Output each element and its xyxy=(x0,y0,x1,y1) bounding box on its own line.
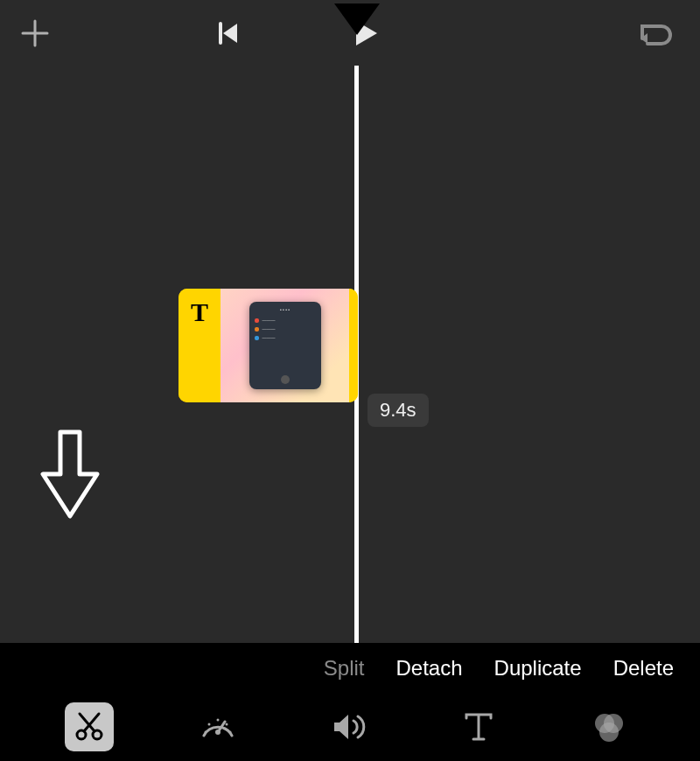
cut-tool-button[interactable] xyxy=(65,702,114,751)
detach-button[interactable]: Detach xyxy=(396,656,463,681)
undo-button[interactable] xyxy=(635,17,674,49)
svg-point-10 xyxy=(599,723,619,742)
skip-back-icon xyxy=(213,18,242,48)
scissors-icon xyxy=(73,710,106,744)
clip-duration-badge: 9.4s xyxy=(368,394,429,427)
clip-actions-row: Split Detach Duplicate Delete xyxy=(0,643,700,693)
thumbnail-row: ——— xyxy=(255,326,316,332)
clip-title-tab: T xyxy=(178,289,220,402)
title-overlay-indicator: T xyxy=(191,297,208,327)
svg-point-6 xyxy=(226,723,228,726)
instruction-arrow xyxy=(39,429,101,525)
svg-point-7 xyxy=(229,731,232,734)
video-clip[interactable]: T • • • • ——— ——— ——— xyxy=(178,289,358,402)
clip-thumbnail: • • • • ——— ——— ——— xyxy=(220,289,349,402)
duplicate-button[interactable]: Duplicate xyxy=(494,656,582,681)
delete-button[interactable]: Delete xyxy=(613,656,674,681)
svg-point-5 xyxy=(217,719,220,722)
thumbnail-panel: • • • • ——— ——— ——— xyxy=(249,302,321,389)
volume-icon xyxy=(329,708,368,746)
split-button[interactable]: Split xyxy=(324,656,365,681)
playhead-marker[interactable] xyxy=(334,3,380,35)
svg-point-3 xyxy=(205,731,207,734)
filters-icon xyxy=(590,708,628,746)
undo-icon xyxy=(635,17,674,49)
svg-point-4 xyxy=(208,723,211,726)
text-tool-button[interactable] xyxy=(452,701,505,753)
timeline[interactable]: T • • • • ——— ——— ——— 9.4s xyxy=(0,66,700,643)
thumbnail-row: ——— xyxy=(255,318,316,323)
filters-tool-button[interactable] xyxy=(583,701,635,753)
speed-icon xyxy=(199,708,237,746)
clip-right-handle[interactable] xyxy=(349,289,358,402)
thumbnail-row: ——— xyxy=(255,335,316,340)
speed-tool-button[interactable] xyxy=(192,701,244,753)
volume-tool-button[interactable] xyxy=(322,701,374,753)
thumbnail-header: • • • • xyxy=(255,307,316,314)
skip-back-button[interactable] xyxy=(213,18,242,48)
bottom-tools-row xyxy=(0,693,700,761)
text-icon xyxy=(461,709,496,744)
